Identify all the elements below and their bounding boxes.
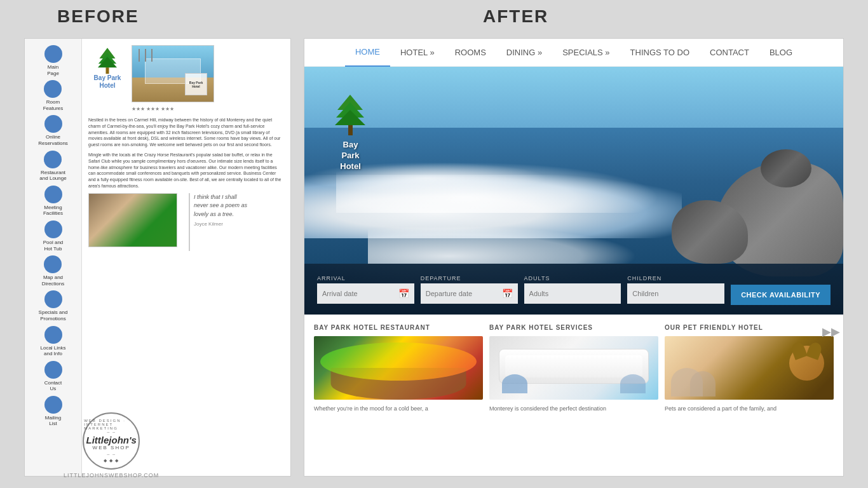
after-sections: BAY PARK HOTEL RESTAURANT Whether you're…	[304, 315, 843, 476]
nav-item-blog[interactable]: BLOG	[759, 39, 803, 67]
svg-rect-4	[348, 125, 353, 135]
main-wrapper: BEFORE AFTER MainPage RoomFeatures Onlin…	[0, 0, 868, 488]
watermark-circle: WEB DESIGN · INTERNET MARKETING ~ ~ Litt…	[83, 412, 140, 470]
sidebar-item-contact[interactable]: ContactUs	[44, 361, 62, 392]
children-input[interactable]	[632, 290, 719, 297]
watermark-name: Littlejohn's	[86, 435, 136, 445]
restaurant-section-title: BAY PARK HOTEL RESTAURANT	[314, 324, 483, 331]
sidebar-item-specials[interactable]: Specials andPromotions	[39, 290, 68, 322]
adults-label: ADULTS	[524, 275, 621, 281]
nav-label: ContactUs	[44, 380, 62, 392]
restaurant-section-image	[314, 336, 483, 400]
services-section-title: BAY PARK HOTEL SERVICES	[489, 324, 658, 331]
arrival-field: ARRIVAL 📅	[317, 275, 414, 304]
hero-hotel-name: BayParkHotel	[340, 140, 361, 172]
sidebar-item-links[interactable]: Local Linksand Info	[40, 326, 65, 357]
watermark: WEB DESIGN · INTERNET MARKETING ~ ~ Litt…	[64, 412, 159, 478]
nav-item-hotel[interactable]: HOTEL »	[390, 39, 445, 67]
nav-dot	[44, 255, 62, 273]
services-section-text: Monterey is considered the perfect desti…	[489, 405, 658, 413]
services-section-image	[489, 336, 658, 400]
nav-item-things-to-do[interactable]: THINGS TO DO	[620, 39, 700, 67]
nav-dot	[44, 396, 62, 414]
tree-icon	[92, 45, 123, 74]
nav-label: Restaurantand Lounge	[39, 170, 66, 182]
services-section: BAY PARK HOTEL SERVICES Monterey is cons…	[489, 324, 658, 470]
nav-item-rooms[interactable]: ROOMS	[445, 39, 496, 67]
departure-date-input[interactable]	[426, 290, 502, 297]
nav-dot	[44, 361, 62, 379]
nav-dot	[44, 290, 62, 308]
nav-label: Map andDirections	[42, 274, 65, 287]
nav-dot	[44, 220, 62, 238]
children-label: CHILDREN	[627, 275, 724, 281]
before-logo-area: Bay Park Hotel	[88, 45, 284, 112]
restaurant-section-text: Whether you're in the mood for a cold be…	[314, 405, 483, 413]
arrival-calendar-icon: 📅	[398, 288, 409, 299]
after-nav: HOME HOTEL » ROOMS DINING » SPECIALS » T…	[304, 39, 843, 67]
after-label: AFTER	[483, 6, 548, 27]
arrival-date-input[interactable]	[322, 290, 398, 297]
watermark-top-text: WEB DESIGN · INTERNET MARKETING	[84, 419, 139, 430]
before-tree-logo: Bay Park Hotel	[88, 45, 126, 90]
nav-dot	[44, 45, 62, 63]
nav-item-contact[interactable]: CONTACT	[700, 39, 759, 67]
sidebar-item-restaurant[interactable]: Restaurantand Lounge	[39, 151, 66, 182]
children-field: CHILDREN	[627, 275, 724, 304]
sidebar-item-pool[interactable]: Pool andHot Tub	[43, 220, 64, 252]
booking-bar: ARRIVAL 📅 DEPARTURE 📅 ADULTS	[304, 264, 843, 315]
restaurant-section: BAY PARK HOTEL RESTAURANT Whether you're…	[314, 324, 483, 470]
departure-input-wrapper[interactable]: 📅	[421, 283, 518, 304]
pet-section-title: OUR PET FRIENDLY HOTEL	[665, 324, 834, 331]
watermark-bottom-text: ◆ ◆ ◆	[104, 458, 119, 463]
before-stars: ★★★ ★★★ ★★★	[132, 106, 214, 112]
before-quote: I think that I shallnever see a poem asl…	[189, 193, 247, 251]
adults-field: ADULTS	[524, 275, 621, 304]
children-input-wrapper[interactable]	[627, 283, 724, 304]
nav-item-specials[interactable]: SPECIALS »	[552, 39, 620, 67]
svg-rect-0	[105, 67, 109, 74]
before-logo-text: Bay Park Hotel	[88, 74, 126, 90]
nav-label: Local Linksand Info	[40, 345, 65, 357]
arrival-input-wrapper[interactable]: 📅	[317, 283, 414, 304]
section-nav-arrow[interactable]: ▶▶	[822, 325, 840, 339]
nav-dot	[44, 115, 62, 133]
before-sidebar: MainPage RoomFeatures OnlineReservations…	[25, 39, 82, 476]
nav-dot	[44, 151, 62, 168]
departure-field: DEPARTURE 📅	[421, 275, 518, 304]
nav-label: MainPage	[47, 64, 59, 76]
nav-dot	[44, 326, 62, 344]
before-label: BEFORE	[57, 6, 139, 27]
before-hotel-photo: Bay ParkHotel	[132, 45, 214, 102]
before-text-2: Mingle with the locals at the Crazy Hors…	[88, 152, 284, 189]
sidebar-item-map[interactable]: Map andDirections	[42, 255, 65, 287]
nav-label: Specials andPromotions	[39, 309, 68, 322]
after-panel: HOME HOTEL » ROOMS DINING » SPECIALS » T…	[304, 38, 844, 477]
adults-input[interactable]	[529, 290, 616, 297]
watermark-url: LITTLEJOHNSWEBSHOP.COM	[64, 472, 159, 478]
sidebar-item-meeting[interactable]: MeetingFacilities	[43, 186, 63, 217]
departure-label: DEPARTURE	[421, 275, 518, 281]
sidebar-item-mailing[interactable]: MailingList	[44, 396, 62, 427]
nav-label: Pool andHot Tub	[43, 240, 64, 252]
arrival-label: ARRIVAL	[317, 275, 414, 281]
before-text-1: Nestled in the trees on Carmel Hill, mid…	[88, 117, 284, 148]
nav-label: MeetingFacilities	[43, 205, 63, 217]
before-content: Bay Park Hotel	[82, 39, 290, 476]
sidebar-item-main-page[interactable]: MainPage	[44, 45, 62, 76]
departure-calendar-icon: 📅	[502, 288, 513, 299]
pet-section-text: Pets are considered a part of the family…	[665, 405, 834, 413]
after-hero: BayParkHotel ARRIVAL 📅 DEPARTURE 📅	[304, 67, 843, 315]
adults-input-wrapper[interactable]	[524, 283, 621, 304]
nav-item-dining[interactable]: DINING »	[496, 39, 552, 67]
check-availability-button[interactable]: CHECK AVAILABILITY	[731, 285, 831, 305]
before-building-photo	[88, 193, 177, 247]
watermark-subtitle: WEB SHOP	[93, 445, 130, 451]
nav-label: OnlineReservations	[38, 134, 68, 146]
nav-dot	[44, 186, 62, 203]
before-panel: MainPage RoomFeatures OnlineReservations…	[24, 38, 291, 477]
rock-3	[761, 149, 811, 187]
sidebar-item-reservations[interactable]: OnlineReservations	[38, 115, 68, 146]
nav-item-home[interactable]: HOME	[345, 39, 390, 67]
sidebar-item-room-features[interactable]: RoomFeatures	[43, 80, 64, 111]
